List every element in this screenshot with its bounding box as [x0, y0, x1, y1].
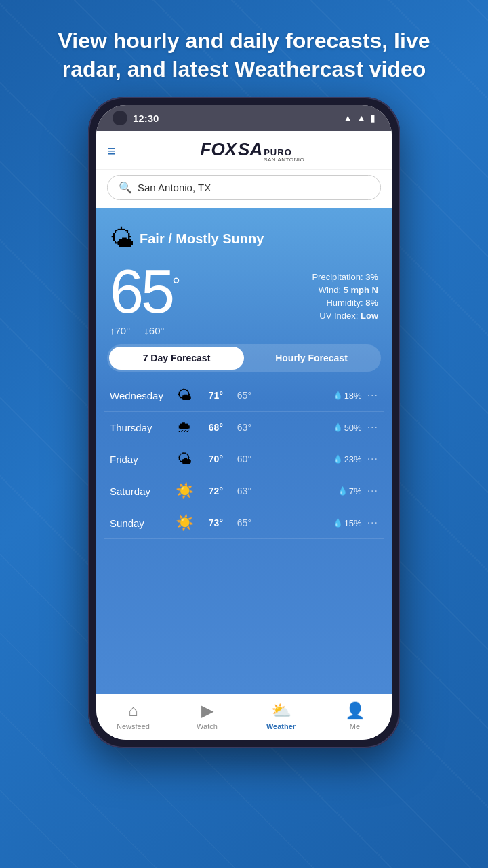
uv-detail: UV Index: Low	[319, 311, 378, 321]
precipitation-detail: Precipitation: 3%	[312, 272, 378, 282]
weather-main: 🌤 Fair / Mostly Sunny 65° ↑70° ↓60°	[96, 208, 392, 694]
time-display: 12:30	[133, 113, 159, 124]
hi-temp: ↑70°	[110, 325, 136, 336]
logo-sa: SA	[238, 139, 262, 160]
day-lo-1: 63°	[223, 422, 251, 433]
home-icon: ⌂	[128, 701, 138, 720]
day-hi-4: 73°	[195, 517, 223, 528]
day-hi-2: 70°	[195, 454, 223, 465]
day-precip-4: 💧15%	[251, 518, 362, 528]
temp-section: 65° ↑70° ↓60°	[110, 261, 178, 336]
search-container: 🔍 San Antonio, TX	[96, 170, 392, 208]
logo: FOX SA PURO SAN ANTONIO	[201, 139, 305, 163]
humidity-detail: Humidity: 8%	[326, 298, 378, 308]
day-name-2: Friday	[110, 454, 174, 465]
day-icon-1: 🌧	[174, 418, 195, 436]
condition-text: Fair / Mostly Sunny	[140, 231, 264, 247]
weather-icon: ⛅	[271, 701, 291, 720]
logo-fox: FOX	[201, 139, 237, 160]
big-temperature: 65°	[110, 261, 178, 322]
bottom-nav: ⌂ Newsfeed ▶ Watch ⛅ Weather 👤 Me	[96, 694, 392, 740]
day-name-3: Saturday	[110, 486, 174, 497]
battery-icon: ▮	[370, 113, 375, 123]
logo-subtitle: SAN ANTONIO	[264, 157, 304, 163]
user-icon: 👤	[345, 701, 365, 720]
nav-item-me[interactable]: 👤 Me	[335, 701, 375, 730]
day-hi-0: 71°	[195, 390, 223, 401]
camera-dot	[113, 111, 127, 125]
more-dots-2[interactable]: ···	[367, 453, 378, 465]
wifi-icon: ▲	[343, 113, 352, 123]
day-icon-0: 🌤	[174, 387, 195, 404]
nav-item-weather[interactable]: ⛅ Weather	[261, 701, 302, 730]
lo-temp: ↓60°	[144, 325, 169, 336]
weather-current: 🌤 Fair / Mostly Sunny 65° ↑70° ↓60°	[96, 208, 392, 344]
forecast-row-thursday[interactable]: Thursday 🌧 68° 63° 💧50% ···	[104, 412, 384, 443]
phone-shell: 12:30 ▲ ▲ ▮ ≡ FOX SA PURO SAN ANTONIO	[88, 97, 400, 748]
nav-item-watch[interactable]: ▶ Watch	[187, 701, 228, 730]
nav-label-me: Me	[350, 722, 360, 730]
logo-container: FOX SA PURO SAN ANTONIO	[124, 139, 381, 163]
day-name-4: Sunday	[110, 517, 174, 529]
condition-icon: 🌤	[110, 224, 134, 253]
hi-lo: ↑70° ↓60°	[110, 325, 178, 336]
day-icon-2: 🌤	[174, 450, 195, 468]
status-bar: 12:30 ▲ ▲ ▮	[96, 105, 392, 131]
logo-puro: PURO	[264, 148, 304, 157]
search-icon: 🔍	[119, 181, 132, 194]
day-precip-1: 💧50%	[251, 422, 362, 433]
nav-label-weather: Weather	[266, 722, 296, 730]
temp-details-row: 65° ↑70° ↓60° Precipitation: 3% Wind: 5 …	[110, 261, 378, 336]
play-icon: ▶	[201, 701, 214, 720]
wind-detail: Wind: 5 mph N	[319, 285, 378, 295]
day-icon-4: ☀️	[174, 514, 195, 532]
more-dots-4[interactable]: ···	[367, 517, 378, 529]
day-precip-0: 💧18%	[251, 391, 362, 401]
forecast-row-wednesday[interactable]: Wednesday 🌤 71° 65° 💧18% ···	[104, 380, 384, 412]
status-icons: ▲ ▲ ▮	[343, 113, 375, 123]
phone-screen: 12:30 ▲ ▲ ▮ ≡ FOX SA PURO SAN ANTONIO	[96, 105, 392, 740]
logo-puro-block: PURO SAN ANTONIO	[264, 148, 304, 163]
day-lo-0: 65°	[223, 390, 251, 401]
nav-item-newsfeed[interactable]: ⌂ Newsfeed	[113, 701, 154, 730]
day-precip-2: 💧23%	[251, 454, 362, 465]
menu-icon[interactable]: ≡	[107, 142, 116, 160]
details-section: Precipitation: 3% Wind: 5 mph N Humidity…	[312, 261, 378, 323]
forecast-tabs: 7 Day Forecast Hourly Forecast	[107, 344, 381, 372]
tagline: View hourly and daily forecasts, live ra…	[0, 0, 488, 97]
app-header: ≡ FOX SA PURO SAN ANTONIO	[96, 131, 392, 170]
more-dots-1[interactable]: ···	[367, 421, 378, 433]
tab-hourly[interactable]: Hourly Forecast	[244, 347, 379, 370]
day-name-0: Wednesday	[110, 390, 174, 401]
day-precip-3: 💧7%	[251, 486, 362, 496]
forecast-row-saturday[interactable]: Saturday ☀️ 72° 63° 💧7% ···	[104, 475, 384, 507]
day-lo-3: 63°	[223, 486, 251, 496]
day-lo-2: 60°	[223, 454, 251, 465]
day-icon-3: ☀️	[174, 482, 195, 500]
tab-7day[interactable]: 7 Day Forecast	[109, 347, 244, 370]
more-dots-0[interactable]: ···	[367, 389, 378, 401]
forecast-list: Wednesday 🌤 71° 65° 💧18% ··· Thursday 🌧 …	[96, 380, 392, 694]
forecast-row-friday[interactable]: Friday 🌤 70° 60° 💧23% ···	[104, 443, 384, 475]
more-dots-3[interactable]: ···	[367, 485, 378, 497]
day-hi-3: 72°	[195, 486, 223, 496]
nav-label-watch: Watch	[197, 722, 218, 730]
forecast-row-sunday[interactable]: Sunday ☀️ 73° 65° 💧15% ···	[104, 507, 384, 539]
search-bar[interactable]: 🔍 San Antonio, TX	[107, 175, 381, 200]
day-lo-4: 65°	[223, 517, 251, 528]
nav-label-newsfeed: Newsfeed	[117, 722, 150, 730]
condition-row: 🌤 Fair / Mostly Sunny	[110, 224, 378, 253]
day-hi-1: 68°	[195, 422, 223, 433]
day-name-1: Thursday	[110, 422, 174, 433]
search-value: San Antonio, TX	[138, 182, 211, 193]
signal-icon: ▲	[357, 113, 366, 123]
